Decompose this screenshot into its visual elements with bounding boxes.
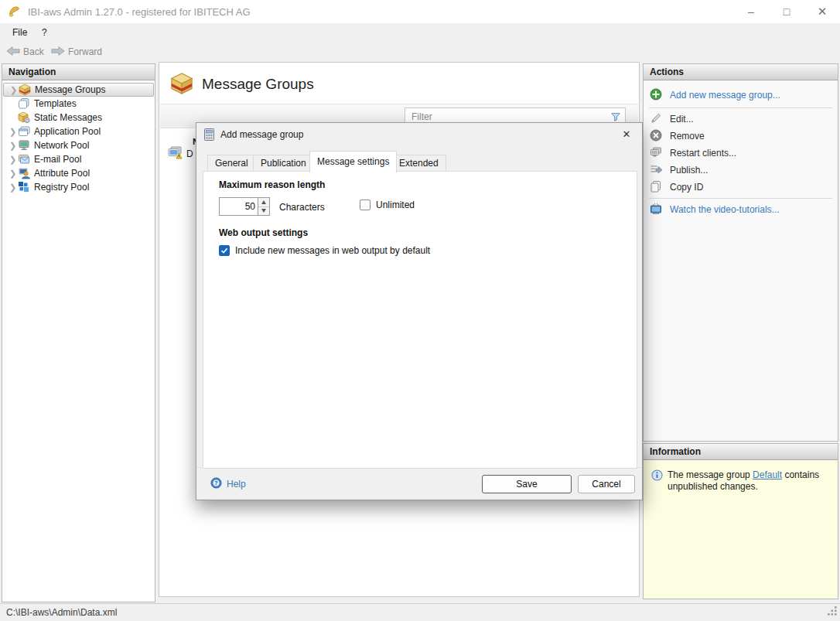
filter-funnel-icon[interactable] [606,111,625,122]
dialog-close-icon[interactable]: ✕ [611,123,642,146]
menu-file[interactable]: File [8,26,32,40]
navigation-header: Navigation [2,64,155,80]
sidebar-item-email-pool[interactable]: ❯ E-mail Pool [3,152,154,166]
page-title: Message Groups [202,76,314,93]
tab-general[interactable]: General [207,155,256,172]
web-output-label: Include new messages in web output by de… [235,245,430,256]
chevron-right-icon[interactable]: ❯ [3,180,17,194]
chevron-right-icon[interactable]: ❯ [3,166,17,180]
list-item-partial[interactable]: D [167,146,193,162]
action-label: Restart clients... [670,148,736,159]
spinner-buttons [258,197,270,216]
help-link[interactable]: ? Help [210,477,246,491]
remove-icon [650,129,662,144]
back-label: Back [23,46,44,57]
sidebar-item-label: E-mail Pool [31,154,81,165]
information-header: Information [644,444,838,460]
web-output-checkbox-row[interactable]: Include new messages in web output by de… [219,245,430,256]
attribute-pool-icon [17,167,31,179]
tab-message-settings[interactable]: Message settings [309,151,397,172]
max-length-spinner [219,197,270,216]
client-warning-icon [167,146,183,162]
sidebar-item-templates[interactable]: Templates [3,97,154,111]
back-arrow-icon [6,46,20,59]
information-panel: Information The message group Default co… [643,443,838,599]
dialog-title-bar: Add message group ✕ [196,123,642,146]
registry-pool-icon [17,181,31,193]
copy-icon [650,180,662,195]
application-pool-icon [17,125,31,138]
edit-action[interactable]: Edit... [644,111,838,127]
web-output-settings-heading: Web output settings [219,227,308,238]
sidebar-item-static-messages[interactable]: Static Messages [3,111,154,125]
dialog-footer: ? Help Save Cancel [196,467,642,500]
email-pool-icon [17,153,31,165]
sidebar-item-label: Application Pool [31,126,101,137]
action-label: Publish... [670,165,708,176]
tab-extended[interactable]: Extended [391,155,446,172]
back-button[interactable]: Back [6,44,44,60]
remove-action[interactable]: Remove [644,128,838,144]
unlimited-checkbox[interactable] [360,200,370,210]
edit-pencil-icon [650,112,662,127]
resize-grip[interactable] [827,606,838,619]
list-item-label-fragment: D [186,148,193,159]
sidebar-item-label: Templates [31,98,77,109]
dialog-content: Maximum reason length Characters Unlimit… [203,171,637,469]
add-message-group-action[interactable]: Add new message group... [644,87,838,103]
web-output-checkbox[interactable] [219,245,230,256]
sidebar-item-application-pool[interactable]: ❯ Application Pool [3,125,154,138]
svg-text:?: ? [214,479,217,486]
chevron-right-icon[interactable]: ❯ [3,125,17,138]
help-label: Help [227,479,246,490]
actions-header: Actions [644,64,838,80]
chevron-right-icon[interactable]: ❯ [3,138,17,152]
save-button[interactable]: Save [482,475,572,493]
message-groups-header-icon [170,72,193,97]
tab-publication[interactable]: Publication [253,155,314,172]
chevron-right-icon[interactable]: ❯ [3,152,17,166]
restart-clients-icon [650,146,662,161]
add-icon [650,88,662,103]
title-bar: IBI-aws Admin 1.27.0 - registered for IB… [0,0,840,23]
status-bar: C:\IBI-aws\Admin\Data.xml [0,603,840,621]
chevron-right-icon[interactable]: ❯ [4,83,18,97]
action-label: Watch the video-tutorials... [670,204,780,215]
copy-id-action[interactable]: Copy ID [644,179,838,195]
unlimited-checkbox-row[interactable]: Unlimited [360,200,415,210]
spinner-up-icon[interactable] [258,198,269,207]
sidebar-item-registry-pool[interactable]: ❯ Registry Pool [3,180,154,194]
nav-toolbar: Back Forward [0,42,840,62]
video-tutorials-action[interactable]: Watch the video-tutorials... [644,202,838,217]
add-message-group-dialog: Add message group ✕ General Publication … [196,122,643,500]
cancel-button[interactable]: Cancel [578,475,635,493]
sidebar-item-label: Static Messages [31,112,102,123]
sidebar-item-network-pool[interactable]: ❯ Network Pool [3,138,154,152]
tv-icon [650,203,662,217]
publish-action[interactable]: Publish... [644,162,838,178]
forward-arrow-icon [51,46,65,59]
separator [649,107,832,108]
separator [649,198,832,199]
max-length-input[interactable] [219,197,258,216]
default-group-link[interactable]: Default [753,469,782,480]
sidebar-item-message-groups[interactable]: ❯ Message Groups [3,83,154,97]
sidebar-item-attribute-pool[interactable]: ❯ Attribute Pool [3,166,154,180]
close-button[interactable]: ✕ [804,0,840,23]
filter-input[interactable] [405,111,606,122]
app-logo-icon [8,5,22,21]
max-reason-length-heading: Maximum reason length [219,179,325,190]
dialog-tab-strip: General Publication Message settings Ext… [196,146,642,172]
characters-label: Characters [279,202,325,213]
restart-clients-action[interactable]: Restart clients... [644,145,838,161]
sidebar-item-label: Registry Pool [31,182,89,193]
menu-help[interactable]: ? [37,26,52,40]
spinner-down-icon[interactable] [258,207,269,216]
maximize-button[interactable]: □ [769,0,804,23]
minimize-button[interactable]: – [733,0,769,23]
sidebar-item-label: Message Groups [32,84,105,95]
data-file-path: C:\IBI-aws\Admin\Data.xml [6,607,117,618]
message-groups-icon [18,84,32,96]
information-body: The message group Default contains unpub… [644,460,838,599]
forward-button[interactable]: Forward [51,44,102,60]
